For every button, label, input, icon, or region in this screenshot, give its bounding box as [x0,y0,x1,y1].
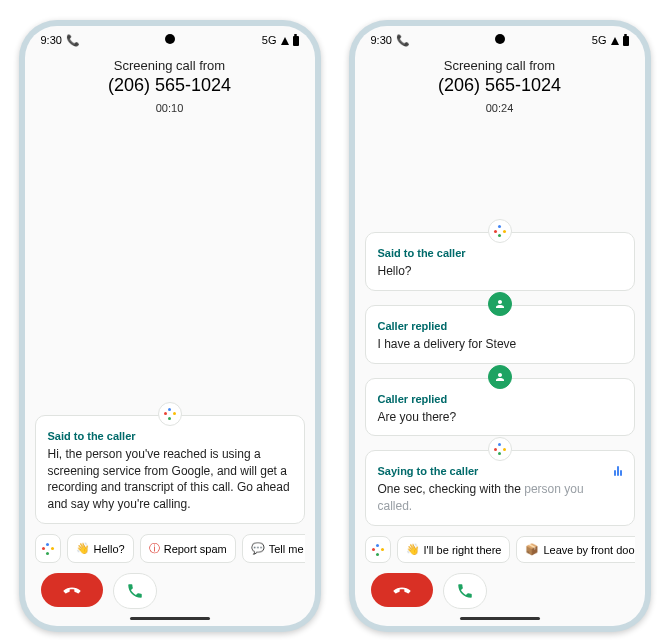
call-actions [35,569,305,609]
box-icon: 📦 [525,543,539,556]
call-status-icon: 📞 [66,35,80,46]
person-icon [488,365,512,389]
battery-icon [623,36,629,46]
report-icon: ⓘ [149,541,160,556]
card-text: I have a delivery for Steve [378,336,622,353]
chip-front-door[interactable]: 📦Leave by front door [516,536,634,563]
assistant-icon [488,437,512,461]
card-label: Saying to the caller [378,465,479,477]
hangup-icon [392,580,412,600]
signal-icon [611,37,619,45]
hangup-button[interactable] [41,573,103,607]
suggestion-row: 👋I'll be right there 📦Leave by front doo… [365,528,635,569]
card-text: Hello? [378,263,622,280]
call-header: Screening call from (206) 565-1024 00:24 [355,48,645,118]
nav-handle[interactable] [460,617,540,620]
card-text: Hi, the person you've reached is using a… [48,446,292,513]
say-icon: 💬 [251,542,265,555]
answer-button[interactable] [113,573,157,609]
card-text: One sec, checking with the person you ca… [378,481,622,515]
call-actions [365,569,635,609]
assistant-chip[interactable] [35,534,61,563]
chip-report-spam[interactable]: ⓘReport spam [140,534,236,563]
screen: 9:30 📞 5G Screening call from (206) 565-… [355,26,645,626]
assistant-icon [488,219,512,243]
call-header: Screening call from (206) 565-1024 00:10 [25,48,315,118]
answer-icon [126,582,144,600]
nav-handle[interactable] [130,617,210,620]
phone-left: 9:30 📞 5G Screening call from (206) 565-… [19,20,321,632]
chip-label: Report spam [164,543,227,555]
phone-right: 9:30 📞 5G Screening call from (206) 565-… [349,20,651,632]
chip-label: Tell me mo [269,543,305,555]
chip-label: Leave by front door [543,544,634,556]
screening-label: Screening call from [355,58,645,73]
hangup-icon [62,580,82,600]
wave-icon: 👋 [406,543,420,556]
wave-icon: 👋 [76,542,90,555]
transcript-card-live: Saying to the caller One sec, checking w… [365,450,635,526]
chip-hello[interactable]: 👋Hello? [67,534,134,563]
battery-icon [293,36,299,46]
chip-tell-me-more[interactable]: 💬Tell me mo [242,534,305,563]
chip-right-there[interactable]: 👋I'll be right there [397,536,511,563]
assistant-chip[interactable] [365,536,391,563]
card-label: Caller replied [378,393,448,405]
call-timer: 00:10 [25,102,315,114]
person-icon [488,292,512,316]
transcript-card: Said to the caller Hi, the person you've… [35,415,305,524]
card-label: Said to the caller [378,247,466,259]
caller-number: (206) 565-1024 [355,75,645,96]
live-audio-icon [614,466,622,476]
screen: 9:30 📞 5G Screening call from (206) 565-… [25,26,315,626]
call-status-icon: 📞 [396,35,410,46]
network-label: 5G [262,35,277,46]
card-text: Are you there? [378,409,622,426]
caller-number: (206) 565-1024 [25,75,315,96]
suggestion-row: 👋Hello? ⓘReport spam 💬Tell me mo [35,526,305,569]
chip-label: I'll be right there [424,544,502,556]
clock: 9:30 [41,35,62,46]
answer-icon [456,582,474,600]
chip-label: Hello? [94,543,125,555]
network-label: 5G [592,35,607,46]
camera-hole [495,34,505,44]
clock: 9:30 [371,35,392,46]
answer-button[interactable] [443,573,487,609]
card-label: Said to the caller [48,430,136,442]
camera-hole [165,34,175,44]
card-label: Caller replied [378,320,448,332]
signal-icon [281,37,289,45]
assistant-icon [158,402,182,426]
hangup-button[interactable] [371,573,433,607]
call-timer: 00:24 [355,102,645,114]
screening-label: Screening call from [25,58,315,73]
